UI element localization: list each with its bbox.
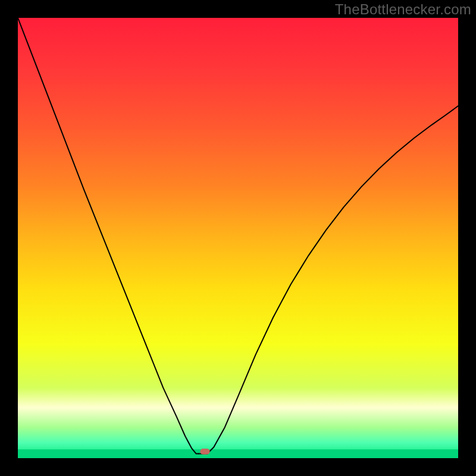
chart-frame: TheBottlenecker.com <box>0 0 476 476</box>
watermark-text: TheBottlenecker.com <box>335 1 471 18</box>
chart-background <box>18 18 458 458</box>
marker-trough-capsule <box>200 449 209 455</box>
chart-plot <box>18 18 458 458</box>
chart-bottom-stripe <box>18 449 458 458</box>
chart-markers <box>200 449 209 455</box>
